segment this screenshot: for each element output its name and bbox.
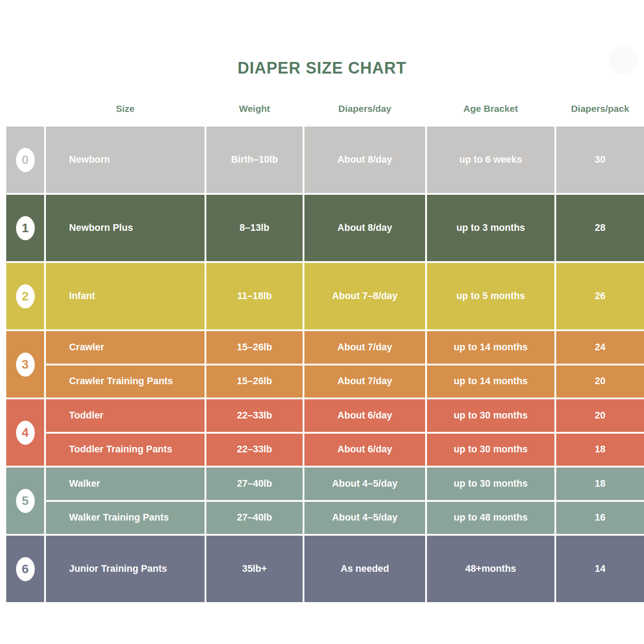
cell-size-name: Walker Training Pants <box>46 502 205 534</box>
column-header-weight: Weight <box>206 101 303 117</box>
size-group-5: 5 Walker 27–40lb About 4–5/day up to 30 … <box>6 468 644 534</box>
cell-diapers-per-pack: 16 <box>556 502 644 534</box>
size-group-6: 6 Junior Training Pants 35lb+ As needed … <box>6 536 644 602</box>
cell-size-name: Newborn <box>46 127 205 193</box>
size-badge: 1 <box>16 216 35 240</box>
size-badge: 6 <box>16 557 35 581</box>
table-header: Size Weight Diapers/day Age Bracket Diap… <box>6 101 644 117</box>
size-badge-number: 6 <box>22 563 29 575</box>
cell-weight: 22–33lb <box>206 399 303 432</box>
size-group-0: 0 Newborn Birth–10lb About 8/day up to 6… <box>6 127 644 193</box>
cell-size-name: Junior Training Pants <box>46 536 205 602</box>
size-badge-cell: 4 <box>6 399 44 466</box>
size-badge-cell: 1 <box>6 195 44 261</box>
size-badge-number: 2 <box>22 290 29 303</box>
cell-diapers-per-day: About 7/day <box>304 365 425 398</box>
cell-size-name: Infant <box>46 263 205 329</box>
cell-diapers-per-day: About 6/day <box>304 434 425 466</box>
cell-diapers-per-pack: 30 <box>556 127 644 193</box>
column-header-size: Size <box>46 101 205 117</box>
cell-diapers-per-pack: 28 <box>556 195 644 261</box>
cell-size-name: Crawler <box>46 331 205 364</box>
size-group-2: 2 Infant 11–18lb About 7–8/day up to 5 m… <box>6 263 644 329</box>
size-badge-number: 1 <box>22 222 29 234</box>
size-badge-cell: 6 <box>6 536 44 602</box>
size-badge-number: 0 <box>22 154 29 166</box>
column-header-spacer <box>6 101 44 117</box>
cell-size-name: Walker <box>46 468 205 500</box>
size-badge: 3 <box>16 353 35 377</box>
column-header-diapers-per-pack: Diapers/pack <box>556 101 644 117</box>
cell-diapers-per-day: About 8/day <box>304 127 425 193</box>
cell-diapers-per-day: About 8/day <box>304 195 425 261</box>
cell-diapers-per-day: As needed <box>304 536 425 602</box>
size-badge: 2 <box>16 284 35 308</box>
cell-weight: 15–26lb <box>206 331 303 364</box>
cell-weight: 15–26lb <box>206 365 303 398</box>
cell-diapers-per-pack: 20 <box>556 399 644 432</box>
size-badge-number: 3 <box>22 358 29 371</box>
cell-age-bracket: up to 14 months <box>427 331 554 364</box>
page-title: DIAPER SIZE CHART <box>0 59 644 78</box>
page: DIAPER SIZE CHART Size Weight Diapers/da… <box>0 0 644 644</box>
cell-diapers-per-pack: 20 <box>556 365 644 398</box>
column-header-age-bracket: Age Bracket <box>427 101 554 117</box>
cell-diapers-per-day: About 4–5/day <box>304 468 425 500</box>
cell-age-bracket: 48+months <box>427 536 554 602</box>
cell-weight: 35lb+ <box>206 536 303 602</box>
cell-age-bracket: up to 14 months <box>427 365 554 398</box>
cell-weight: Birth–10lb <box>206 127 303 193</box>
cell-size-name: Crawler Training Pants <box>46 365 205 398</box>
cell-age-bracket: up to 48 months <box>427 502 554 534</box>
cell-size-name: Toddler <box>46 399 205 432</box>
cell-diapers-per-pack: 26 <box>556 263 644 329</box>
cell-diapers-per-pack: 18 <box>556 434 644 466</box>
size-badge: 4 <box>16 421 35 445</box>
cell-age-bracket: up to 3 months <box>427 195 554 261</box>
cell-age-bracket: up to 30 months <box>427 399 554 432</box>
cell-weight: 27–40lb <box>206 502 303 534</box>
size-group-1: 1 Newborn Plus 8–13lb About 8/day up to … <box>6 195 644 261</box>
size-group-3: 3 Crawler 15–26lb About 7/day up to 14 m… <box>6 331 644 398</box>
cell-weight: 27–40lb <box>206 468 303 500</box>
cell-weight: 11–18lb <box>206 263 303 329</box>
cell-size-name: Newborn Plus <box>46 195 205 261</box>
size-group-4: 4 Toddler 22–33lb About 6/day up to 30 m… <box>6 399 644 466</box>
size-badge-number: 4 <box>22 427 29 439</box>
cell-diapers-per-pack: 18 <box>556 468 644 500</box>
cell-diapers-per-day: About 6/day <box>304 399 425 432</box>
column-header-diapers-per-day: Diapers/day <box>304 101 425 117</box>
cell-age-bracket: up to 30 months <box>427 468 554 500</box>
size-badge-cell: 2 <box>6 263 44 329</box>
size-badge: 5 <box>16 489 35 513</box>
cell-age-bracket: up to 30 months <box>427 434 554 466</box>
cell-age-bracket: up to 5 months <box>427 263 554 329</box>
cell-diapers-per-day: About 7/day <box>304 331 425 364</box>
diaper-size-table: 0 Newborn Birth–10lb About 8/day up to 6… <box>6 127 644 602</box>
size-badge-cell: 5 <box>6 468 44 534</box>
cell-diapers-per-day: About 7–8/day <box>304 263 425 329</box>
size-badge-number: 5 <box>22 495 29 507</box>
cell-weight: 22–33lb <box>206 434 303 466</box>
cell-diapers-per-pack: 14 <box>556 536 644 602</box>
cell-diapers-per-day: About 4–5/day <box>304 502 425 534</box>
size-badge-cell: 0 <box>6 127 44 193</box>
cell-weight: 8–13lb <box>206 195 303 261</box>
size-badge: 0 <box>16 148 35 172</box>
cell-diapers-per-pack: 24 <box>556 331 644 364</box>
cell-age-bracket: up to 6 weeks <box>427 127 554 193</box>
cell-size-name: Toddler Training Pants <box>46 434 205 466</box>
size-badge-cell: 3 <box>6 331 44 398</box>
